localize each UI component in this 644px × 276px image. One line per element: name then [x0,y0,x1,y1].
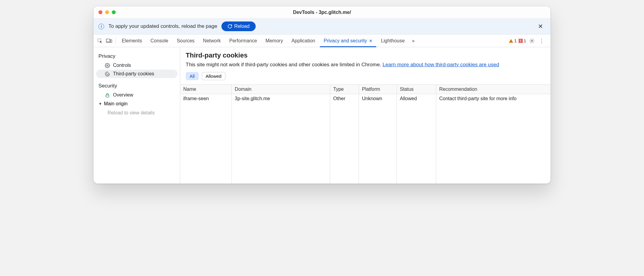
table-row[interactable]: iframe-seen 3p-site.glitch.me Other Unkn… [180,94,550,103]
cell-domain: 3p-site.glitch.me [232,94,330,103]
sidebar-item-third-party-cookies[interactable]: Third-party cookies [96,70,178,78]
col-type[interactable]: Type [330,85,359,94]
svg-point-6 [106,73,106,74]
chip-all[interactable]: All [186,72,199,80]
svg-point-7 [107,74,107,75]
panel-subtitle: This site might not work if third-party … [186,62,545,68]
svg-point-5 [107,65,108,66]
close-window-button[interactable] [98,10,102,14]
sidebar: Privacy Controls [94,47,180,183]
titlebar: DevTools - 3pc.glitch.me/ [94,6,550,18]
info-icon: i [98,24,104,29]
col-status[interactable]: Status [397,85,436,94]
svg-point-4 [531,40,533,41]
inspect-element-icon[interactable] [96,37,104,45]
svg-rect-9 [106,95,109,97]
panel-tabs: Elements Console Sources Network Perform… [118,34,505,47]
status-area: 1 ! 1 ⋮ [506,37,548,45]
tab-privacy-and-security[interactable]: Privacy and security ✕ [320,34,376,47]
warnings-count: 1 [514,38,516,43]
cell-name: iframe-seen [180,94,232,103]
sidebar-item-overview[interactable]: Overview [96,91,178,99]
sidebar-item-label: Controls [113,63,131,68]
more-tabs-button[interactable]: » [410,38,417,44]
warning-icon [509,39,513,43]
tab-performance[interactable]: Performance [226,34,261,47]
cell-platform: Unknown [359,94,397,103]
tab-network[interactable]: Network [199,34,224,47]
reload-button[interactable]: Reload [221,21,256,31]
sidebar-reload-hint: Reload to view details [96,108,178,117]
reload-button-label: Reload [234,24,250,29]
cookie-icon [105,71,110,77]
learn-more-link[interactable]: Learn more about how third-party cookies… [383,62,499,67]
sidebar-item-main-origin[interactable]: ▼ Main origin [96,99,178,108]
filter-chips: All Allowed [186,72,545,80]
more-options-button[interactable]: ⋮ [538,37,546,45]
col-recommendation[interactable]: Recommendation [436,85,550,94]
main-area: Privacy Controls [94,47,550,183]
col-domain[interactable]: Domain [232,85,330,94]
maximize-window-button[interactable] [112,10,116,14]
subtitle-text: This site might not work if third-party … [186,62,383,67]
device-toolbar-icon[interactable] [105,37,113,45]
table-header-row: Name Domain Type Platform Status Recomme… [180,85,550,94]
svg-rect-3 [111,40,112,42]
tab-memory[interactable]: Memory [262,34,287,47]
window-title: DevTools - 3pc.glitch.me/ [94,10,550,15]
sidebar-item-label: Third-party cookies [113,71,154,77]
sidebar-heading-security: Security [96,81,178,91]
lock-icon [105,92,110,98]
dismiss-banner-button[interactable]: ✕ [536,21,546,31]
tab-elements[interactable]: Elements [118,34,146,47]
cell-status: Allowed [397,94,436,103]
cell-type: Other [330,94,359,103]
svg-rect-1 [106,39,110,41]
tab-console[interactable]: Console [147,34,172,47]
col-platform[interactable]: Platform [359,85,397,94]
cookies-table: Name Domain Type Platform Status Recomme… [180,84,550,183]
sidebar-item-controls[interactable]: Controls [96,61,178,70]
settings-button[interactable] [528,37,536,45]
panel-title: Third-party cookies [186,51,545,59]
chevron-down-icon: ▼ [98,102,102,106]
chip-allowed[interactable]: Allowed [202,72,226,80]
gear-icon [105,63,110,68]
banner-text: To apply your updated controls, reload t… [108,23,217,29]
traffic-lights [94,10,116,14]
sidebar-item-label: Overview [113,92,133,98]
table-body: iframe-seen 3p-site.glitch.me Other Unkn… [180,94,550,183]
reload-icon [227,24,232,29]
issues-count: 1 [524,38,526,43]
cell-recommendation: Contact third-party site for more info [436,94,550,103]
sidebar-heading-privacy: Privacy [96,51,178,61]
devtools-window: DevTools - 3pc.glitch.me/ i To apply you… [93,6,551,184]
svg-point-8 [108,74,108,74]
tab-sources[interactable]: Sources [173,34,198,47]
issue-icon: ! [519,39,523,43]
close-tab-icon[interactable]: ✕ [369,38,373,43]
minimize-window-button[interactable] [105,10,109,14]
warnings-indicator[interactable]: 1 [509,38,516,43]
reload-banner: i To apply your updated controls, reload… [94,18,550,34]
tab-lighthouse[interactable]: Lighthouse [377,34,408,47]
tabstrip: Elements Console Sources Network Perform… [94,34,550,47]
tab-application[interactable]: Application [288,34,319,47]
sidebar-item-label: Main origin [104,101,128,107]
col-name[interactable]: Name [180,85,232,94]
issues-indicator[interactable]: ! 1 [519,38,526,43]
content-panel: Third-party cookies This site might not … [180,47,550,183]
